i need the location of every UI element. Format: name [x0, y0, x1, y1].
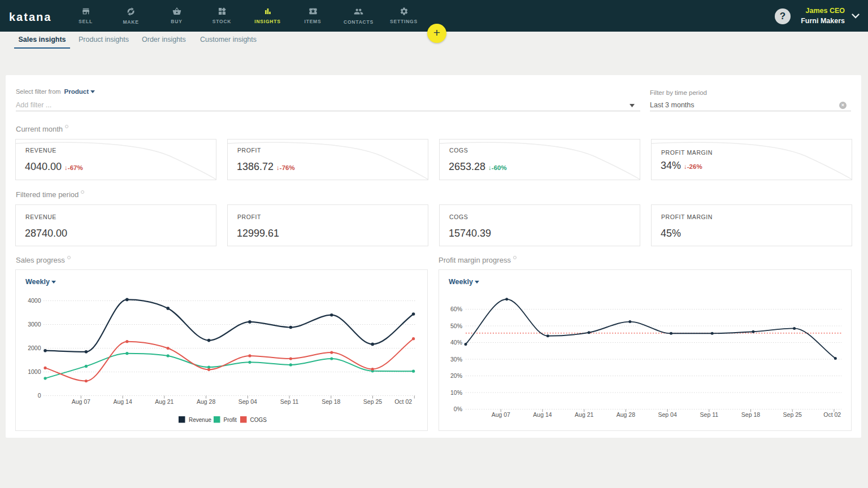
svg-text:Sep 18: Sep 18	[741, 411, 760, 418]
svg-text:20%: 20%	[450, 372, 462, 379]
svg-text:Sep 25: Sep 25	[783, 411, 802, 418]
svg-text:Aug 14: Aug 14	[533, 411, 552, 418]
svg-text:Revenue: Revenue	[189, 417, 211, 423]
svg-text:Sep 11: Sep 11	[280, 398, 299, 405]
svg-text:Aug 21: Aug 21	[575, 411, 593, 418]
svg-text:Aug 28: Aug 28	[617, 411, 635, 418]
svg-text:Aug 07: Aug 07	[72, 398, 90, 405]
svg-text:40%: 40%	[450, 339, 462, 346]
svg-text:Sep 11: Sep 11	[700, 411, 719, 418]
svg-text:1000: 1000	[28, 368, 41, 375]
svg-text:Aug 28: Aug 28	[197, 398, 215, 405]
svg-text:4000: 4000	[28, 297, 41, 304]
svg-text:0: 0	[38, 392, 41, 399]
svg-text:50%: 50%	[450, 323, 462, 329]
svg-text:Oct 02: Oct 02	[823, 411, 841, 418]
svg-text:0%: 0%	[454, 406, 462, 412]
svg-text:Sep 18: Sep 18	[322, 398, 340, 405]
svg-text:60%: 60%	[450, 306, 462, 312]
svg-text:2000: 2000	[28, 345, 41, 351]
svg-text:30%: 30%	[450, 356, 462, 363]
svg-text:3000: 3000	[28, 321, 41, 328]
svg-text:10%: 10%	[450, 389, 462, 396]
svg-text:Profit: Profit	[224, 417, 237, 423]
svg-text:Aug 07: Aug 07	[492, 411, 510, 418]
svg-text:Oct 02: Oct 02	[394, 398, 412, 405]
svg-text:COGS: COGS	[250, 417, 267, 423]
svg-text:Sep 04: Sep 04	[238, 398, 257, 405]
svg-text:Sep 04: Sep 04	[658, 411, 676, 418]
svg-text:Aug 21: Aug 21	[155, 398, 173, 405]
svg-text:Sep 25: Sep 25	[363, 398, 382, 405]
svg-text:Aug 14: Aug 14	[113, 398, 132, 405]
